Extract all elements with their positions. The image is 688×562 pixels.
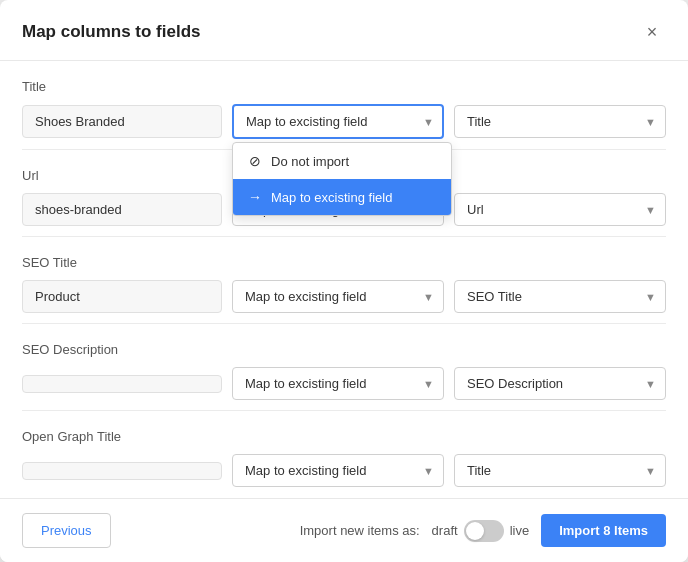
draft-live-toggle[interactable] [464, 520, 504, 542]
open-graph-title-field-row: Do not import Map to excisting field ▼ T… [22, 454, 666, 487]
seo-title-mapping-wrapper: Do not import Map to excisting field ▼ [232, 280, 444, 313]
do-not-import-label: Do not import [271, 154, 349, 169]
seo-title-field-label: SEO Title [22, 255, 666, 270]
open-graph-title-field-label: Open Graph Title [22, 429, 666, 444]
seo-title-field-value: Product [22, 280, 222, 313]
open-graph-title-field-value [22, 462, 222, 480]
dropdown-item-map-to-existing[interactable]: → Map to excisting field [233, 179, 451, 215]
seo-description-field-label: SEO Description [22, 342, 666, 357]
modal-title: Map columns to fields [22, 22, 201, 42]
seo-description-field-value [22, 375, 222, 393]
open-graph-title-field-select[interactable]: Title Url SEO Title SEO Description [454, 454, 666, 487]
import-label: Import new items as: [300, 523, 420, 538]
close-button[interactable]: × [638, 18, 666, 46]
modal-footer: Previous Import new items as: draft live… [0, 498, 688, 562]
title-mapping-dropdown: ⊘ Do not import → Map to excisting field [232, 142, 452, 216]
seo-title-field-select[interactable]: Title Url SEO Title SEO Description [454, 280, 666, 313]
open-graph-title-field-section: Open Graph Title Do not import Map to ex… [22, 411, 666, 497]
seo-description-mapping-select[interactable]: Do not import Map to excisting field [232, 367, 444, 400]
title-field-value: Shoes Branded [22, 105, 222, 138]
modal: Map columns to fields × Title Shoes Bran… [0, 0, 688, 562]
toggle-knob [466, 522, 484, 540]
open-graph-title-field-select-wrapper: Title Url SEO Title SEO Description ▼ [454, 454, 666, 487]
footer-right: Import new items as: draft live Import 8… [300, 514, 666, 547]
live-label: live [510, 523, 530, 538]
seo-description-field-select[interactable]: Title Url SEO Title SEO Description [454, 367, 666, 400]
title-field-label: Title [22, 79, 666, 94]
draft-live-toggle-row: draft live [432, 520, 530, 542]
seo-title-mapping-select[interactable]: Do not import Map to excisting field [232, 280, 444, 313]
map-to-existing-label: Map to excisting field [271, 190, 392, 205]
open-graph-title-mapping-select[interactable]: Do not import Map to excisting field [232, 454, 444, 487]
dropdown-item-do-not-import[interactable]: ⊘ Do not import [233, 143, 451, 179]
title-field-select[interactable]: Title Url SEO Title SEO Description [454, 105, 666, 138]
seo-title-field-section: SEO Title Product Do not import Map to e… [22, 237, 666, 324]
url-field-value: shoes-branded [22, 193, 222, 226]
import-button[interactable]: Import 8 Items [541, 514, 666, 547]
seo-title-field-row: Product Do not import Map to excisting f… [22, 280, 666, 313]
do-not-import-icon: ⊘ [247, 153, 263, 169]
title-field-select-wrapper: Title Url SEO Title SEO Description ▼ [454, 105, 666, 138]
modal-body: Title Shoes Branded Do not import Map to… [0, 61, 688, 498]
seo-description-field-select-wrapper: Title Url SEO Title SEO Description ▼ [454, 367, 666, 400]
url-field-select-wrapper: Title Url SEO Title SEO Description ▼ [454, 193, 666, 226]
map-to-existing-icon: → [247, 189, 263, 205]
seo-description-field-section: SEO Description Do not import Map to exc… [22, 324, 666, 411]
title-field-section: Title Shoes Branded Do not import Map to… [22, 61, 666, 150]
previous-button[interactable]: Previous [22, 513, 111, 548]
seo-title-field-select-wrapper: Title Url SEO Title SEO Description ▼ [454, 280, 666, 313]
draft-label: draft [432, 523, 458, 538]
seo-description-field-row: Do not import Map to excisting field ▼ T… [22, 367, 666, 400]
open-graph-title-mapping-wrapper: Do not import Map to excisting field ▼ [232, 454, 444, 487]
seo-description-mapping-wrapper: Do not import Map to excisting field ▼ [232, 367, 444, 400]
url-field-select[interactable]: Title Url SEO Title SEO Description [454, 193, 666, 226]
title-mapping-wrapper: Do not import Map to excisting field ▼ ⊘… [232, 104, 444, 139]
modal-header: Map columns to fields × [0, 0, 688, 61]
title-field-row: Shoes Branded Do not import Map to excis… [22, 104, 666, 139]
title-mapping-select[interactable]: Do not import Map to excisting field [232, 104, 444, 139]
